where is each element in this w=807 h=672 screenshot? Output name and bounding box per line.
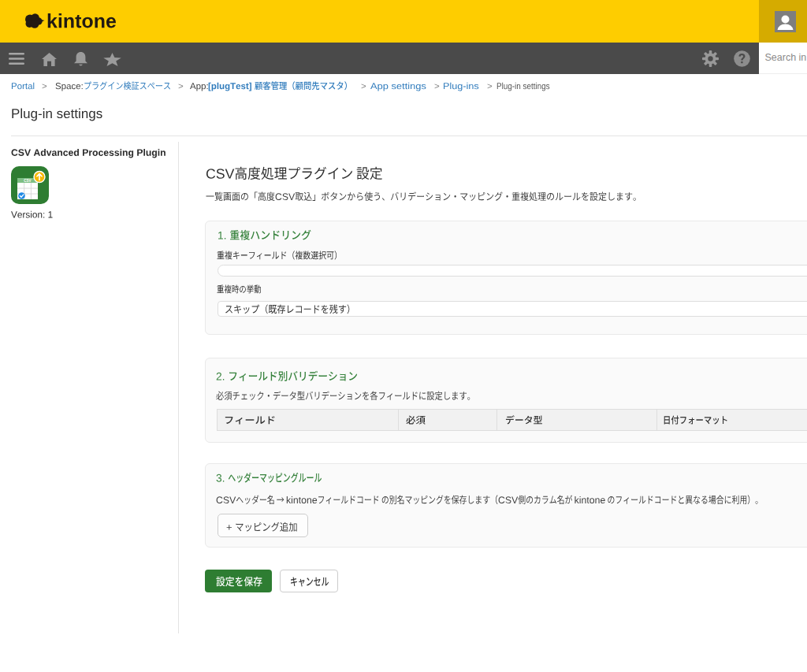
svg-text:CSV: CSV: [24, 179, 31, 183]
